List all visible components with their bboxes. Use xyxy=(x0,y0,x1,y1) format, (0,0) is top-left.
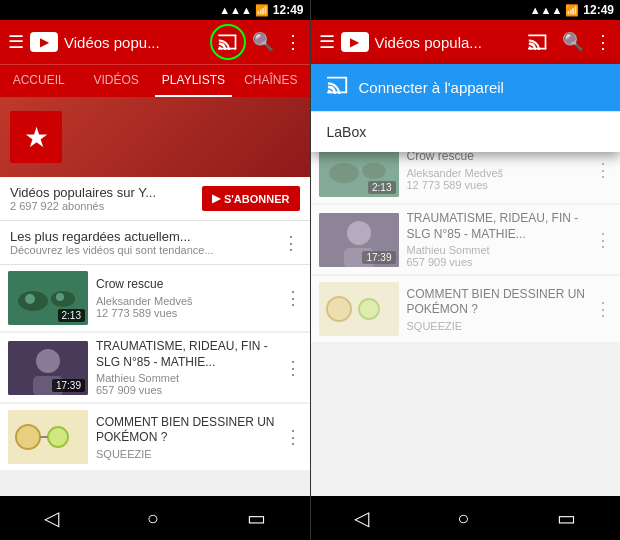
duration-2-right: 17:39 xyxy=(362,251,395,264)
cast-highlight-circle xyxy=(210,24,246,60)
video-thumb-2-left: 17:39 xyxy=(8,341,88,395)
video-list-right: 2:13 Crow rescue Aleksander Medveš 12 77… xyxy=(311,137,621,496)
video-views-2-right: 657 909 vues xyxy=(407,256,587,268)
video-meta-3-left: COMMENT BIEN DESSINER UN POKÉMON ? SQUEE… xyxy=(96,415,276,460)
time-left: 12:49 xyxy=(273,3,304,17)
back-button-left[interactable]: ◁ xyxy=(28,498,75,538)
video-more-3-left[interactable]: ⋮ xyxy=(284,426,302,448)
recent-button-left[interactable]: ▭ xyxy=(231,498,282,538)
cast-dropdown-header: Connecter à l'appareil xyxy=(311,64,621,111)
yt-icon-right xyxy=(341,32,369,52)
cast-button-right[interactable] xyxy=(524,28,552,56)
svg-rect-15 xyxy=(528,35,546,37)
svg-point-6 xyxy=(25,294,35,304)
cast-device-item[interactable]: LaBox xyxy=(311,111,621,152)
video-views-1-right: 12 773 589 vues xyxy=(407,179,587,191)
subscribers-left: 2 697 922 abonnés xyxy=(10,200,156,212)
video-title-3-left: COMMENT BIEN DESSINER UN POKÉMON ? xyxy=(96,415,276,446)
section-more-icon-left[interactable]: ⋮ xyxy=(282,232,300,254)
channel-info-left: Vidéos populaires sur Y... 2 697 922 abo… xyxy=(0,177,310,221)
duration-1-left: 2:13 xyxy=(58,309,85,322)
video-more-1-right[interactable]: ⋮ xyxy=(594,159,612,181)
home-button-left[interactable]: ○ xyxy=(131,499,175,538)
back-button-right[interactable]: ◁ xyxy=(338,498,385,538)
toolbar-right: ☰ Vidéos popula... 🔍 ⋮ xyxy=(311,20,621,64)
bottom-nav-left: ◁ ○ ▭ xyxy=(0,496,310,540)
section-title-left: Les plus regardées actuellem... xyxy=(10,229,214,244)
svg-rect-17 xyxy=(545,35,547,50)
video-item-2-right[interactable]: 17:39 TRAUMATISME, RIDEAU, FIN - SLG N°8… xyxy=(311,205,621,274)
video-meta-1-right: Crow rescue Aleksander Medveš 12 773 589… xyxy=(407,149,587,191)
subscribe-icon-left: ▶ xyxy=(212,192,220,205)
cast-icon-container-left[interactable] xyxy=(214,28,242,56)
svg-point-9 xyxy=(36,349,60,373)
video-item-1-left[interactable]: 2:13 Crow rescue Aleksander Medveš 12 77… xyxy=(0,265,310,331)
yt-icon-left xyxy=(30,32,58,52)
tab-videos-left[interactable]: Vidéos xyxy=(77,65,154,97)
tab-playlists-left[interactable]: Playlists xyxy=(155,65,232,97)
svg-point-29 xyxy=(359,299,379,319)
svg-rect-19 xyxy=(327,91,347,93)
video-item-3-left[interactable]: COMMENT BIEN DESSINER UN POKÉMON ? SQUEE… xyxy=(0,404,310,470)
duration-2-left: 17:39 xyxy=(52,379,85,392)
wifi-icon: 📶 xyxy=(255,4,269,17)
video-more-2-left[interactable]: ⋮ xyxy=(284,357,302,379)
menu-icon-right[interactable]: ☰ xyxy=(319,31,335,53)
star-icon-left: ★ xyxy=(24,121,49,154)
status-icons-left: ▲▲▲ 📶 xyxy=(219,4,269,17)
signal-icon-right: ▲▲▲ xyxy=(530,4,563,16)
toolbar-icons-right: 🔍 ⋮ xyxy=(524,28,612,56)
video-meta-2-left: TRAUMATISME, RIDEAU, FIN - SLG N°85 - MA… xyxy=(96,339,276,396)
video-author-2-left: Mathieu Sommet xyxy=(96,372,276,384)
video-title-2-left: TRAUMATISME, RIDEAU, FIN - SLG N°85 - MA… xyxy=(96,339,276,370)
video-more-1-left[interactable]: ⋮ xyxy=(284,287,302,309)
video-list-left: 2:13 Crow rescue Aleksander Medveš 12 77… xyxy=(0,265,310,496)
video-thumb-1-left: 2:13 xyxy=(8,271,88,325)
duration-1-right: 2:13 xyxy=(368,181,395,194)
tab-accueil-left[interactable]: Accueil xyxy=(0,65,77,97)
bottom-nav-right: ◁ ○ ▭ xyxy=(311,496,621,540)
video-more-2-right[interactable]: ⋮ xyxy=(594,229,612,251)
subscribe-label-left: S'ABONNER xyxy=(224,193,290,205)
subscribe-button-left[interactable]: ▶ S'ABONNER xyxy=(202,186,300,211)
search-icon-right[interactable]: 🔍 xyxy=(562,31,584,53)
recent-button-right[interactable]: ▭ xyxy=(541,498,592,538)
toolbar-icons-left: 🔍 ⋮ xyxy=(214,28,302,56)
time-right: 12:49 xyxy=(583,3,614,17)
toolbar-title-left: Vidéos popu... xyxy=(64,34,208,51)
video-title-2-right: TRAUMATISME, RIDEAU, FIN - SLG N°85 - MA… xyxy=(407,211,587,242)
right-panel: ▲▲▲ 📶 12:49 ☰ Vidéos popula... � xyxy=(311,0,621,540)
video-meta-3-right: COMMENT BIEN DESSINER UN POKÉMON ? SQUEE… xyxy=(407,287,587,332)
video-meta-2-right: TRAUMATISME, RIDEAU, FIN - SLG N°85 - MA… xyxy=(407,211,587,268)
svg-rect-16 xyxy=(528,48,546,50)
video-item-3-right[interactable]: COMMENT BIEN DESSINER UN POKÉMON ? SQUEE… xyxy=(311,276,621,342)
more-icon-right[interactable]: ⋮ xyxy=(594,31,612,53)
video-item-2-left[interactable]: 17:39 TRAUMATISME, RIDEAU, FIN - SLG N°8… xyxy=(0,333,310,402)
video-title-1-left: Crow rescue xyxy=(96,277,276,293)
video-meta-1-left: Crow rescue Aleksander Medveš 12 773 589… xyxy=(96,277,276,319)
video-thumb-3-right xyxy=(319,282,399,336)
video-author-2-right: Mathieu Sommet xyxy=(407,244,587,256)
video-views-1-left: 12 773 589 vues xyxy=(96,307,276,319)
status-bar-right: ▲▲▲ 📶 12:49 xyxy=(311,0,621,20)
video-more-3-right[interactable]: ⋮ xyxy=(594,298,612,320)
svg-point-25 xyxy=(347,221,371,245)
video-title-3-right: COMMENT BIEN DESSINER UN POKÉMON ? xyxy=(407,287,587,318)
cast-icon-container-right[interactable] xyxy=(524,28,552,56)
menu-icon-left[interactable]: ☰ xyxy=(8,31,24,53)
status-icons-right: ▲▲▲ 📶 xyxy=(530,4,580,17)
thumb-img-3-left xyxy=(8,410,88,464)
wifi-icon-right: 📶 xyxy=(565,4,579,17)
video-thumb-3-left xyxy=(8,410,88,464)
home-button-right[interactable]: ○ xyxy=(441,499,485,538)
channel-text-left: Vidéos populaires sur Y... 2 697 922 abo… xyxy=(10,185,156,212)
youtube-logo-left xyxy=(30,32,58,52)
svg-point-23 xyxy=(362,163,386,179)
status-bar-left: ▲▲▲ 📶 12:49 xyxy=(0,0,310,20)
cast-dropdown-icon xyxy=(327,76,349,99)
search-icon-left[interactable]: 🔍 xyxy=(252,31,274,53)
tab-chaines-left[interactable]: Chaînes xyxy=(232,65,309,97)
section-text-left: Les plus regardées actuellem... Découvre… xyxy=(10,229,214,256)
channel-name-left: Vidéos populaires sur Y... xyxy=(10,185,156,200)
more-icon-left[interactable]: ⋮ xyxy=(284,31,302,53)
